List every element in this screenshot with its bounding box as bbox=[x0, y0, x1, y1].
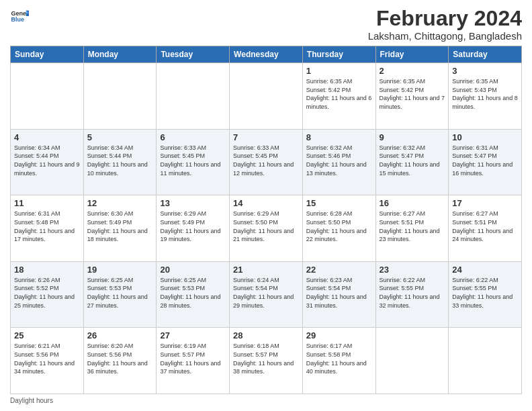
calendar-cell: 18Sunrise: 6:26 AM Sunset: 5:52 PM Dayli… bbox=[11, 261, 84, 328]
calendar-cell: 1Sunrise: 6:35 AM Sunset: 5:42 PM Daylig… bbox=[302, 63, 375, 130]
day-number: 4 bbox=[14, 132, 80, 142]
calendar-cell: 2Sunrise: 6:35 AM Sunset: 5:42 PM Daylig… bbox=[375, 63, 449, 130]
day-info: Sunrise: 6:25 AM Sunset: 5:53 PM Dayligh… bbox=[87, 276, 153, 310]
day-number: 9 bbox=[380, 132, 445, 142]
day-number: 13 bbox=[160, 198, 226, 208]
day-number: 1 bbox=[306, 66, 372, 76]
day-number: 2 bbox=[380, 66, 445, 76]
calendar-cell: 11Sunrise: 6:31 AM Sunset: 5:48 PM Dayli… bbox=[11, 195, 84, 262]
day-header-monday: Monday bbox=[83, 46, 157, 63]
calendar-cell: 8Sunrise: 6:32 AM Sunset: 5:46 PM Daylig… bbox=[302, 129, 375, 195]
calendar-cell bbox=[375, 328, 449, 394]
day-info: Sunrise: 6:20 AM Sunset: 5:56 PM Dayligh… bbox=[87, 342, 153, 375]
calendar-cell: 13Sunrise: 6:29 AM Sunset: 5:49 PM Dayli… bbox=[157, 195, 230, 262]
day-number: 27 bbox=[160, 330, 226, 340]
day-info: Sunrise: 6:34 AM Sunset: 5:44 PM Dayligh… bbox=[14, 144, 80, 177]
page: General Blue February 2024 Laksham, Chit… bbox=[0, 0, 532, 411]
day-number: 5 bbox=[87, 132, 153, 142]
day-number: 3 bbox=[452, 66, 518, 76]
svg-text:Blue: Blue bbox=[11, 16, 24, 23]
day-info: Sunrise: 6:35 AM Sunset: 5:42 PM Dayligh… bbox=[380, 77, 445, 111]
day-number: 22 bbox=[306, 265, 372, 275]
day-info: Sunrise: 6:32 AM Sunset: 5:46 PM Dayligh… bbox=[306, 144, 372, 177]
calendar-cell bbox=[11, 63, 84, 130]
calendar-cell: 9Sunrise: 6:32 AM Sunset: 5:47 PM Daylig… bbox=[375, 129, 449, 195]
day-info: Sunrise: 6:31 AM Sunset: 5:47 PM Dayligh… bbox=[452, 144, 518, 177]
day-info: Sunrise: 6:22 AM Sunset: 5:55 PM Dayligh… bbox=[380, 276, 445, 310]
day-header-sunday: Sunday bbox=[11, 46, 84, 63]
calendar-cell bbox=[157, 63, 230, 130]
calendar-cell: 3Sunrise: 6:35 AM Sunset: 5:43 PM Daylig… bbox=[449, 63, 522, 130]
day-info: Sunrise: 6:18 AM Sunset: 5:57 PM Dayligh… bbox=[233, 342, 299, 375]
day-number: 18 bbox=[14, 265, 80, 275]
day-info: Sunrise: 6:25 AM Sunset: 5:53 PM Dayligh… bbox=[160, 276, 226, 310]
day-info: Sunrise: 6:30 AM Sunset: 5:49 PM Dayligh… bbox=[87, 210, 153, 243]
day-number: 25 bbox=[14, 330, 80, 340]
day-header-tuesday: Tuesday bbox=[157, 46, 230, 63]
calendar-cell: 15Sunrise: 6:28 AM Sunset: 5:50 PM Dayli… bbox=[302, 195, 375, 262]
day-info: Sunrise: 6:21 AM Sunset: 5:56 PM Dayligh… bbox=[14, 342, 80, 375]
calendar-cell: 27Sunrise: 6:19 AM Sunset: 5:57 PM Dayli… bbox=[157, 328, 230, 394]
day-number: 21 bbox=[233, 265, 299, 275]
title-block: February 2024 Laksham, Chittagong, Bangl… bbox=[368, 7, 522, 42]
calendar-cell: 7Sunrise: 6:33 AM Sunset: 5:45 PM Daylig… bbox=[230, 129, 303, 195]
calendar-cell: 26Sunrise: 6:20 AM Sunset: 5:56 PM Dayli… bbox=[83, 328, 157, 394]
calendar-cell: 29Sunrise: 6:17 AM Sunset: 5:58 PM Dayli… bbox=[302, 328, 375, 394]
day-number: 19 bbox=[87, 265, 153, 275]
day-header-saturday: Saturday bbox=[449, 46, 522, 63]
day-number: 26 bbox=[87, 330, 153, 340]
day-info: Sunrise: 6:28 AM Sunset: 5:50 PM Dayligh… bbox=[306, 210, 372, 243]
calendar-cell: 14Sunrise: 6:29 AM Sunset: 5:50 PM Dayli… bbox=[230, 195, 303, 262]
day-info: Sunrise: 6:27 AM Sunset: 5:51 PM Dayligh… bbox=[380, 210, 445, 243]
day-info: Sunrise: 6:26 AM Sunset: 5:52 PM Dayligh… bbox=[14, 276, 80, 310]
day-number: 14 bbox=[233, 198, 299, 208]
day-number: 6 bbox=[160, 132, 226, 142]
day-info: Sunrise: 6:32 AM Sunset: 5:47 PM Dayligh… bbox=[380, 144, 445, 177]
day-info: Sunrise: 6:17 AM Sunset: 5:58 PM Dayligh… bbox=[306, 342, 372, 375]
location-subtitle: Laksham, Chittagong, Bangladesh bbox=[368, 30, 522, 42]
day-info: Sunrise: 6:33 AM Sunset: 5:45 PM Dayligh… bbox=[233, 144, 299, 177]
day-number: 20 bbox=[160, 265, 226, 275]
calendar-cell: 17Sunrise: 6:27 AM Sunset: 5:51 PM Dayli… bbox=[449, 195, 522, 262]
calendar-cell: 4Sunrise: 6:34 AM Sunset: 5:44 PM Daylig… bbox=[11, 129, 84, 195]
day-number: 7 bbox=[233, 132, 299, 142]
day-number: 23 bbox=[380, 265, 445, 275]
calendar-cell: 12Sunrise: 6:30 AM Sunset: 5:49 PM Dayli… bbox=[83, 195, 157, 262]
day-info: Sunrise: 6:23 AM Sunset: 5:54 PM Dayligh… bbox=[306, 276, 372, 310]
day-info: Sunrise: 6:27 AM Sunset: 5:51 PM Dayligh… bbox=[452, 210, 518, 243]
calendar-cell: 21Sunrise: 6:24 AM Sunset: 5:54 PM Dayli… bbox=[230, 261, 303, 328]
day-info: Sunrise: 6:31 AM Sunset: 5:48 PM Dayligh… bbox=[14, 210, 80, 243]
day-info: Sunrise: 6:34 AM Sunset: 5:44 PM Dayligh… bbox=[87, 144, 153, 177]
day-number: 29 bbox=[306, 330, 372, 340]
calendar-cell: 6Sunrise: 6:33 AM Sunset: 5:45 PM Daylig… bbox=[157, 129, 230, 195]
logo-icon: General Blue bbox=[10, 7, 29, 26]
day-number: 28 bbox=[233, 330, 299, 340]
calendar-cell bbox=[230, 63, 303, 130]
day-number: 10 bbox=[452, 132, 518, 142]
day-info: Sunrise: 6:35 AM Sunset: 5:43 PM Dayligh… bbox=[452, 77, 518, 111]
day-number: 11 bbox=[14, 198, 80, 208]
calendar-cell: 5Sunrise: 6:34 AM Sunset: 5:44 PM Daylig… bbox=[83, 129, 157, 195]
calendar-cell bbox=[83, 63, 157, 130]
footer-note: Daylight hours bbox=[10, 397, 522, 404]
calendar-cell: 20Sunrise: 6:25 AM Sunset: 5:53 PM Dayli… bbox=[157, 261, 230, 328]
day-header-thursday: Thursday bbox=[302, 46, 375, 63]
logo: General Blue bbox=[10, 7, 29, 26]
day-number: 12 bbox=[87, 198, 153, 208]
day-info: Sunrise: 6:33 AM Sunset: 5:45 PM Dayligh… bbox=[160, 144, 226, 177]
calendar-cell: 28Sunrise: 6:18 AM Sunset: 5:57 PM Dayli… bbox=[230, 328, 303, 394]
calendar-cell bbox=[449, 328, 522, 394]
day-header-wednesday: Wednesday bbox=[230, 46, 303, 63]
day-info: Sunrise: 6:19 AM Sunset: 5:57 PM Dayligh… bbox=[160, 342, 226, 375]
day-info: Sunrise: 6:24 AM Sunset: 5:54 PM Dayligh… bbox=[233, 276, 299, 310]
day-number: 24 bbox=[452, 265, 518, 275]
day-number: 17 bbox=[452, 198, 518, 208]
header: General Blue February 2024 Laksham, Chit… bbox=[10, 7, 522, 42]
day-header-friday: Friday bbox=[375, 46, 449, 63]
calendar-cell: 10Sunrise: 6:31 AM Sunset: 5:47 PM Dayli… bbox=[449, 129, 522, 195]
calendar-cell: 16Sunrise: 6:27 AM Sunset: 5:51 PM Dayli… bbox=[375, 195, 449, 262]
day-info: Sunrise: 6:35 AM Sunset: 5:42 PM Dayligh… bbox=[306, 77, 372, 111]
day-number: 8 bbox=[306, 132, 372, 142]
day-number: 16 bbox=[380, 198, 445, 208]
day-number: 15 bbox=[306, 198, 372, 208]
